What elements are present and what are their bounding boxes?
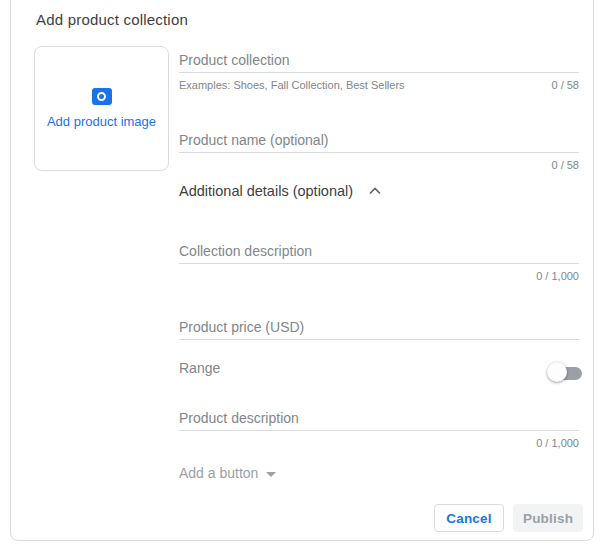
add-a-button-dropdown[interactable]: Add a button xyxy=(179,465,276,481)
camera-lens xyxy=(97,92,106,101)
collection-description-counter: 0 / 1,000 xyxy=(536,270,579,282)
camera-icon xyxy=(92,88,112,105)
collection-description-meta: 0 / 1,000 xyxy=(179,270,579,282)
add-product-collection-dialog: Add product collection Add product image… xyxy=(10,0,594,541)
product-collection-meta: Examples: Shoes, Fall Collection, Best S… xyxy=(179,79,579,91)
arrow-drop-down-icon xyxy=(266,472,276,477)
product-description-counter: 0 / 1,000 xyxy=(536,437,579,449)
chevron-up-icon xyxy=(369,187,381,195)
additional-details-toggle[interactable]: Additional details (optional) xyxy=(179,183,381,199)
dialog-title: Add product collection xyxy=(36,11,188,28)
product-price-input[interactable] xyxy=(179,314,579,340)
range-toggle-switch[interactable] xyxy=(547,360,583,384)
product-description-input[interactable] xyxy=(179,405,579,431)
product-collection-helper: Examples: Shoes, Fall Collection, Best S… xyxy=(179,79,405,91)
product-name-meta: 0 / 58 xyxy=(179,159,579,171)
collection-description-input[interactable] xyxy=(179,238,579,264)
add-product-image-label: Add product image xyxy=(47,114,156,129)
product-description-meta: 0 / 1,000 xyxy=(179,437,579,449)
toggle-knob xyxy=(547,362,567,382)
product-collection-input[interactable] xyxy=(179,47,579,73)
add-a-button-label: Add a button xyxy=(179,465,258,481)
publish-button[interactable]: Publish xyxy=(513,504,583,532)
additional-details-label: Additional details (optional) xyxy=(179,183,353,199)
add-product-image-card[interactable]: Add product image xyxy=(34,46,169,171)
range-label: Range xyxy=(179,360,220,376)
cancel-button[interactable]: Cancel xyxy=(434,504,504,532)
product-collection-counter: 0 / 58 xyxy=(551,79,579,91)
product-name-counter: 0 / 58 xyxy=(551,159,579,171)
product-name-input[interactable] xyxy=(179,127,579,153)
